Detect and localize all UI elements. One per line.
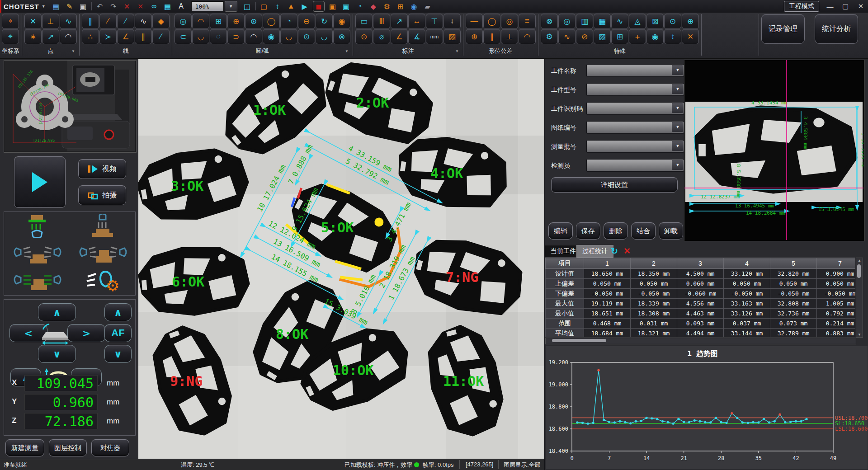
tool-button-特殊-3[interactable]: ▦ [594,14,611,29]
save-button[interactable]: 保存 [576,222,600,240]
undo-icon[interactable]: ↶ [94,1,105,11]
side-light-high-button[interactable] [70,240,135,267]
tool-button-特殊-1[interactable]: ◎ [558,14,576,29]
height-measure-icon[interactable]: ↕ [272,1,283,11]
tool-button-圆/弧-0[interactable]: ◎ [175,14,192,29]
tool-button-形位公差-4[interactable]: ⊕ [466,29,483,44]
form-combobox-4[interactable]: ▼ [586,121,684,134]
focus-down-button[interactable]: ∨ [104,345,132,363]
side-light-low-button[interactable] [4,240,70,267]
stage-down-button[interactable]: ∨ [38,345,76,363]
form-combobox-5[interactable]: ▼ [586,140,684,153]
tool-button-圆/弧-17[interactable]: ⊙ [298,29,315,44]
edit-button[interactable]: 编辑 [548,222,573,240]
scroll-down-icon[interactable]: ▼ [858,333,861,337]
tool-button-标注-9[interactable]: ∡ [408,29,425,44]
camera-scene[interactable]: 4 33.159 mm5 32.792 mm12 12.024 mm13 16.… [138,59,544,459]
tool-button-特殊-6[interactable]: ⊠ [646,14,664,29]
tool-button-特殊-2[interactable]: ▥ [576,14,593,29]
app-menu[interactable]: CHOTEST ▼ [4,3,46,10]
maximize-button[interactable]: ▢ [841,2,850,10]
table-header-cell[interactable]: 5 [770,258,817,269]
chevron-down-icon[interactable]: ▼ [672,65,683,75]
tool-button-坐标系-1[interactable]: ⌖ [2,29,19,44]
run-measurement-button[interactable] [14,156,66,208]
gear-icon[interactable]: ⚙ [382,1,392,11]
tool-button-圆/弧-2[interactable]: ⊞ [210,14,227,29]
tool-button-特殊-15[interactable]: ◉ [646,29,664,44]
table-header-cell[interactable]: 3 [677,258,724,269]
tool-button-形位公差-1[interactable]: ◯ [483,14,500,29]
table-header-cell[interactable]: 4 [724,258,770,269]
tool-button-标注-1[interactable]: Ⅲ [373,14,390,29]
tool-button-特殊-17[interactable]: ✕ [682,29,699,44]
delete-button[interactable]: 删除 [604,222,628,240]
chevron-down-icon[interactable]: ▼ [455,49,459,53]
side-light-green-button[interactable] [4,268,70,295]
form-combobox-1[interactable]: ▼ [586,64,684,77]
table-row[interactable]: 上偏差0.050 mm0.050 mm0.060 mm0.050 mm0.050… [546,279,856,289]
screen-icon[interactable]: ▢ [259,1,269,11]
tool-button-坐标系-0[interactable]: ⌖ [2,14,19,29]
form-combobox-3[interactable]: ▼ [586,102,684,115]
print-icon[interactable]: ▣ [78,1,89,11]
tool-button-圆/弧-11[interactable]: ◡ [192,29,209,44]
cube-icon[interactable]: ◆ [368,1,379,11]
tool-button-特殊-9[interactable]: ⚙ [541,29,558,44]
grid-icon[interactable]: ▦ [162,1,173,11]
tool-button-圆/弧-16[interactable]: ◡ [280,29,297,44]
unload-button[interactable]: 卸载 [659,222,683,240]
detail-settings-button[interactable]: 详细设置 [551,177,678,193]
tool-button-标注-6[interactable]: ⊙ [355,29,373,44]
tool-button-圆/弧-13[interactable]: ⊃ [227,29,245,44]
tool-button-形位公差-5[interactable]: ∥ [483,29,500,44]
tool-button-点-3[interactable]: ∗ [24,29,42,44]
tool-button-特殊-4[interactable]: ∿ [611,14,628,29]
clear-statistics-icon[interactable]: ✕ [623,246,631,256]
scrollbar-thumb[interactable] [552,339,606,342]
tool-button-标注-10[interactable]: mm [426,29,443,44]
tool-button-特殊-10[interactable]: ∿ [558,29,576,44]
tool-button-线-8[interactable]: ∥ [135,29,152,44]
tool-button-圆/弧-5[interactable]: ◯ [263,14,280,29]
table-horizontal-scrollbar[interactable] [545,338,856,344]
chevron-down-icon[interactable]: ▼ [672,122,683,132]
table-row[interactable]: 范围0.468 mm0.031 mm0.093 mm0.037 mm0.073 … [546,319,856,329]
image-zoom-icon[interactable]: ◱ [242,1,253,11]
video-button[interactable]: 视频 [78,159,126,179]
report-edit-icon[interactable]: ✎ [64,1,75,11]
tool-button-线-9[interactable]: ∕ [152,29,170,44]
save-icon[interactable]: ▤ [51,1,61,11]
tool-button-标注-2[interactable]: ↗ [391,14,408,29]
tool-button-特殊-16[interactable]: ↕ [664,29,681,44]
statistical-analysis-button[interactable]: 统计分析 [815,14,858,44]
chevron-down-icon[interactable]: ▼ [672,141,683,151]
capture-icon[interactable]: ▣ [327,1,338,11]
tool-button-圆/弧-14[interactable]: ◠ [245,29,262,44]
chevron-down-icon[interactable]: ▼ [672,84,683,94]
chevron-down-icon[interactable]: ▼ [71,49,75,53]
capture-button[interactable]: 拍摄 [78,185,126,205]
stage-up-button[interactable]: ∧ [38,303,76,321]
overlay-icon[interactable]: ▣ [341,1,352,11]
tool-button-圆/弧-8[interactable]: ↻ [316,14,333,29]
table-row[interactable]: 最小值18.651 mm18.308 mm4.463 mm33.126 mm32… [546,309,856,319]
ring-light-button[interactable] [4,212,70,240]
table-row[interactable]: 设计值18.650 mm18.350 mm4.500 mm33.120 mm32… [546,269,856,279]
stage-right-button[interactable]: > [67,324,105,342]
chevron-down-icon[interactable]: ▼ [345,49,349,53]
tool-button-点-0[interactable]: ✕ [24,14,42,29]
table-row[interactable]: 平均值18.684 mm18.321 mm4.494 mm33.144 mm32… [546,329,856,337]
zoom-select[interactable]: 100% ▼ [191,1,237,12]
focus-up-button[interactable]: ∧ [104,303,132,321]
tool-button-形位公差-3[interactable]: ≡ [519,14,536,29]
tool-button-形位公差-0[interactable]: — [466,14,483,29]
tool-button-圆/弧-19[interactable]: ⊗ [333,29,350,44]
combine-button[interactable]: 结合 [631,222,656,240]
form-combobox-6[interactable]: ▼ [586,159,684,172]
table-vertical-scrollbar[interactable]: ▲ ▼ [856,258,863,338]
form-combobox-2[interactable]: ▼ [586,83,684,96]
globe-icon[interactable]: ◉ [409,1,420,11]
tab-process-statistics[interactable]: 过程统计 [576,245,613,258]
new-measurement-button[interactable]: 新建测量 [5,439,44,456]
